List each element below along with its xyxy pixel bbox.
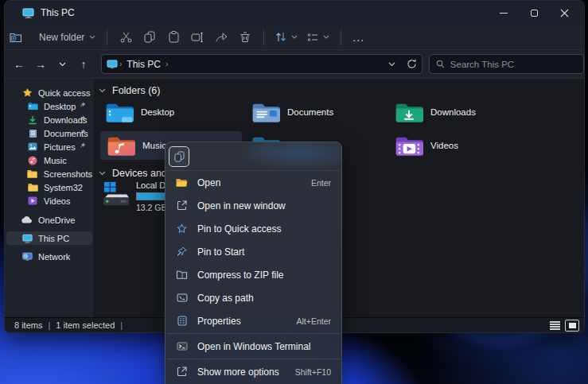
up-button[interactable]: ↑ bbox=[74, 58, 93, 71]
chevron-down-icon bbox=[59, 62, 66, 67]
context-menu-item-open-in-windows-terminal[interactable]: Open in Windows Terminal bbox=[165, 335, 341, 358]
onedrive-cloud-icon bbox=[21, 216, 33, 223]
share-button[interactable] bbox=[209, 32, 233, 42]
zip-folder-icon bbox=[175, 270, 189, 280]
refresh-icon[interactable] bbox=[407, 59, 417, 69]
context-menu-item-pin-to-start[interactable]: Pin to Start bbox=[165, 240, 341, 263]
context-menu-item-show-more-options[interactable]: Show more options Shift+F10 bbox=[165, 360, 341, 383]
address-row: ← → ↑ › This PC › bbox=[5, 50, 584, 79]
sidebar-item-system32[interactable]: System32 bbox=[6, 180, 92, 194]
address-bar[interactable]: › This PC › bbox=[101, 54, 423, 74]
pin-icon bbox=[80, 115, 86, 122]
properties-icon bbox=[175, 316, 189, 326]
this-pc-icon bbox=[22, 8, 34, 18]
delete-button[interactable] bbox=[233, 32, 257, 43]
rename-button[interactable] bbox=[185, 33, 209, 42]
view-button[interactable] bbox=[302, 27, 334, 48]
desktop-folder-icon bbox=[27, 102, 38, 111]
sidebar-item-label: Videos bbox=[44, 196, 70, 206]
sidebar-item-music[interactable]: Music bbox=[6, 153, 92, 167]
recent-locations-button[interactable] bbox=[53, 62, 72, 67]
sidebar-item-desktop[interactable]: Desktop bbox=[6, 99, 92, 113]
context-menu-item-compress-to-zip[interactable]: Compress to ZIP file bbox=[165, 263, 341, 286]
minimize-button[interactable] bbox=[489, 1, 519, 25]
search-input[interactable] bbox=[450, 60, 570, 69]
sidebar-item-videos[interactable]: Videos bbox=[6, 194, 92, 208]
copy-icon bbox=[144, 31, 155, 43]
documents-folder-icon bbox=[251, 101, 280, 124]
forward-button[interactable]: → bbox=[31, 58, 50, 71]
sidebar-item-label: System32 bbox=[44, 183, 83, 192]
title-bar[interactable]: This PC bbox=[5, 1, 584, 25]
paste-button[interactable] bbox=[162, 31, 185, 43]
sidebar-item-onedrive[interactable]: OneDrive bbox=[6, 213, 92, 227]
back-button[interactable]: ← bbox=[10, 58, 29, 71]
context-menu-item-open[interactable]: Open Enter bbox=[165, 171, 341, 194]
tile-label: Videos bbox=[430, 141, 458, 150]
sidebar-item-label: Pictures bbox=[44, 142, 76, 152]
copy-icon bbox=[174, 151, 185, 162]
menu-item-label: Open in new window bbox=[197, 200, 286, 211]
menu-separator bbox=[167, 333, 340, 334]
sidebar-item-network[interactable]: Network bbox=[6, 250, 92, 263]
sidebar-item-label: This PC bbox=[38, 234, 69, 243]
sidebar-item-label: Music bbox=[44, 156, 67, 165]
details-view-button[interactable] bbox=[550, 321, 560, 330]
new-folder-button[interactable]: New folder bbox=[5, 27, 100, 48]
folder-tile-videos[interactable]: Videos bbox=[395, 131, 458, 160]
downloads-folder-icon bbox=[395, 101, 423, 124]
tile-label: Desktop bbox=[141, 107, 174, 117]
menu-item-label: Properties bbox=[197, 316, 241, 327]
downloads-icon bbox=[27, 115, 38, 125]
sidebar-item-pictures[interactable]: Pictures bbox=[6, 140, 92, 153]
sidebar-item-label: Screenshots bbox=[44, 169, 92, 179]
sidebar-item-quick-access[interactable]: Quick access bbox=[6, 86, 92, 99]
breadcrumb-chevron: › bbox=[165, 60, 168, 68]
context-menu-item-properties[interactable]: Properties Alt+Enter bbox=[165, 309, 341, 332]
see-more-button[interactable]: ... bbox=[348, 27, 369, 48]
folder-tile-documents[interactable]: Documents bbox=[251, 98, 333, 126]
breadcrumb-chevron: › bbox=[119, 60, 122, 68]
maximize-button[interactable] bbox=[519, 1, 549, 25]
sidebar-item-label: Desktop bbox=[44, 102, 76, 111]
cut-button[interactable] bbox=[114, 32, 138, 43]
open-new-window-icon bbox=[175, 200, 189, 211]
tile-label: Downloads bbox=[430, 107, 476, 117]
context-menu-item-pin-to-quick-access[interactable]: Pin to Quick access bbox=[165, 217, 341, 240]
sidebar-item-label: Network bbox=[38, 252, 70, 262]
pin-icon bbox=[80, 142, 86, 149]
sidebar-item-documents[interactable]: Documents bbox=[6, 126, 92, 140]
folder-icon bbox=[27, 183, 38, 192]
sidebar-item-label: OneDrive bbox=[38, 215, 75, 225]
sidebar-item-screenshots[interactable]: Screenshots bbox=[6, 167, 92, 180]
view-options-icon bbox=[307, 33, 318, 42]
menu-item-shortcut: Enter bbox=[311, 178, 331, 188]
network-icon bbox=[21, 252, 33, 262]
terminal-icon bbox=[175, 342, 189, 351]
toolbar-separator bbox=[107, 29, 107, 45]
sidebar-item-label: Quick access bbox=[38, 88, 90, 98]
close-icon bbox=[560, 9, 569, 17]
breadcrumb[interactable]: This PC bbox=[127, 59, 161, 70]
close-button[interactable] bbox=[549, 1, 579, 25]
share-icon bbox=[216, 32, 228, 42]
sort-button[interactable] bbox=[271, 27, 302, 48]
folders-section-header[interactable]: Folders (6) bbox=[99, 85, 160, 96]
tile-label: Music bbox=[142, 141, 166, 150]
folder-tile-desktop[interactable]: Desktop bbox=[105, 98, 174, 126]
copy-command-button[interactable] bbox=[169, 146, 189, 167]
large-icons-view-button[interactable] bbox=[565, 320, 579, 332]
menu-item-label: Pin to Quick access bbox=[197, 223, 281, 235]
context-menu-item-open-in-new-window[interactable]: Open in new window bbox=[165, 194, 341, 217]
sidebar-item-downloads[interactable]: Downloads bbox=[6, 113, 92, 126]
menu-item-shortcut: Shift+F10 bbox=[295, 367, 331, 377]
minimize-icon bbox=[500, 13, 508, 14]
sidebar-item-this-pc[interactable]: This PC bbox=[6, 231, 92, 245]
context-menu-item-copy-as-path[interactable]: Copy as path bbox=[165, 286, 341, 309]
search-field[interactable] bbox=[429, 54, 584, 74]
chevron-down-icon bbox=[291, 35, 298, 39]
copy-button[interactable] bbox=[138, 31, 162, 43]
address-dropdown-icon[interactable] bbox=[388, 62, 395, 67]
search-icon bbox=[436, 60, 445, 68]
folder-tile-downloads[interactable]: Downloads bbox=[395, 98, 476, 126]
